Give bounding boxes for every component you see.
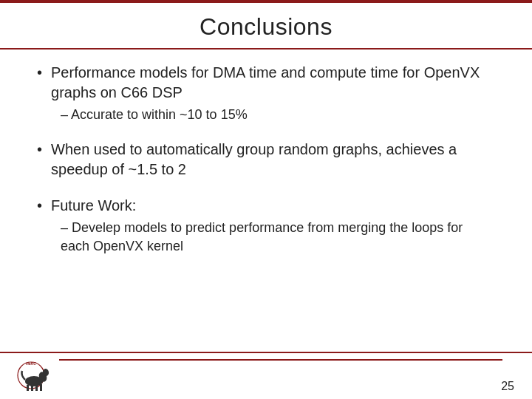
bullet-icon-3: •	[37, 197, 42, 214]
logo-area: HeRC	[15, 358, 59, 393]
svg-rect-4	[35, 385, 38, 391]
bullet-text-3: Future Work:	[51, 196, 136, 216]
footer-line	[59, 359, 502, 361]
svg-rect-5	[40, 384, 42, 391]
bullet-text-1: Performance models for DMA time and comp…	[51, 63, 495, 103]
slide-footer: HeRC 25	[0, 352, 532, 399]
page-number: 25	[501, 380, 514, 393]
bullet-item-2: • When used to automatically group rando…	[37, 140, 495, 180]
bullet-icon-2: •	[37, 141, 42, 158]
sub-bullet-text-1: – Accurate to within ~10 to 15%	[61, 106, 248, 123]
sub-bullet-item-1: – Accurate to within ~10 to 15%	[61, 106, 495, 123]
spacer-2	[37, 183, 495, 196]
bullet-text-2: When used to automatically group random …	[51, 140, 495, 180]
svg-rect-3	[31, 386, 33, 391]
slide-title: Conclusions	[30, 13, 502, 41]
sub-bullet-item-3: – Develep models to predict performance …	[61, 219, 495, 255]
sub-bullet-text-3: – Develep models to predict performance …	[61, 219, 495, 255]
bullet-item-3: • Future Work:	[37, 196, 495, 216]
spacer-1	[37, 126, 495, 140]
bullet-icon-1: •	[37, 64, 42, 81]
herc-logo: HeRC	[15, 358, 59, 393]
slide: Conclusions • Performance models for DMA…	[0, 0, 532, 399]
slide-content: • Performance models for DMA time and co…	[0, 50, 532, 352]
svg-text:HeRC: HeRC	[26, 361, 36, 366]
bullet-item-1: • Performance models for DMA time and co…	[37, 63, 495, 103]
svg-rect-2	[27, 385, 29, 391]
slide-header: Conclusions	[0, 3, 532, 50]
